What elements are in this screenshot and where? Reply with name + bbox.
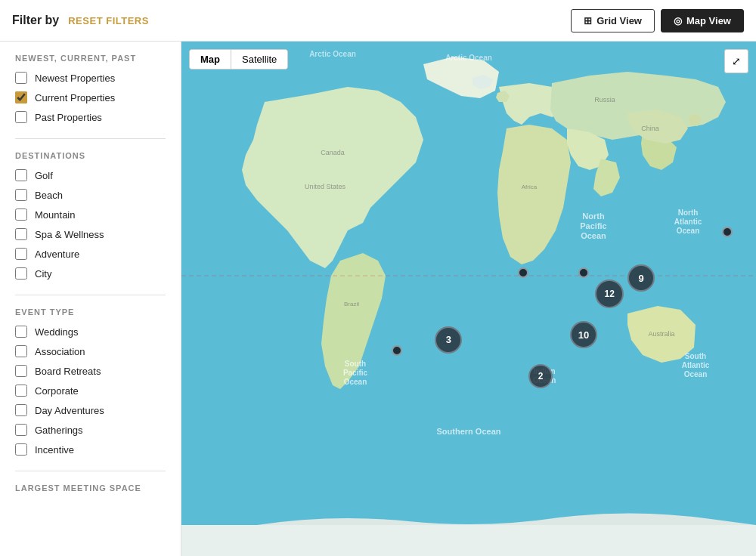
filter-mountain[interactable]: Mountain bbox=[15, 208, 166, 221]
filter-weddings[interactable]: Weddings bbox=[15, 326, 166, 338]
marker-dot-circle-uk bbox=[722, 227, 733, 237]
svg-text:Australia: Australia bbox=[648, 330, 674, 338]
section-title-largest-meeting-space: LARGEST MEETING SPACE bbox=[15, 483, 166, 493]
grid-icon: ⊞ bbox=[584, 15, 592, 26]
filter-current-properties[interactable]: Current Properties bbox=[15, 91, 166, 103]
svg-text:Atlantic: Atlantic bbox=[682, 361, 710, 369]
filter-association[interactable]: Association bbox=[15, 345, 166, 357]
map-expand-button[interactable]: ⤢ bbox=[724, 49, 748, 73]
marker-dot-uk[interactable] bbox=[722, 227, 733, 237]
map-icon: ◎ bbox=[674, 15, 682, 26]
map-view-label: Map View bbox=[686, 15, 731, 26]
marker-dot-africa[interactable] bbox=[392, 345, 402, 356]
svg-text:Russia: Russia bbox=[594, 96, 615, 103]
marker-dot-useast[interactable] bbox=[578, 267, 589, 278]
filter-gatherings[interactable]: Gatherings bbox=[15, 424, 166, 436]
sidebar: NEWEST, CURRENT, PAST Newest Properties … bbox=[0, 42, 181, 556]
marker-circle-2: 2 bbox=[528, 364, 553, 388]
corporate-checkbox[interactable] bbox=[15, 385, 27, 397]
svg-text:Arctic Ocean: Arctic Ocean bbox=[445, 54, 492, 62]
divider-1 bbox=[15, 138, 166, 139]
svg-text:Arctic Ocean: Arctic Ocean bbox=[309, 50, 356, 58]
day-adventures-label: Day Adventures bbox=[35, 405, 104, 416]
svg-text:Southern Ocean: Southern Ocean bbox=[437, 427, 501, 436]
svg-text:North: North bbox=[678, 208, 699, 217]
weddings-label: Weddings bbox=[35, 326, 79, 338]
filter-corporate[interactable]: Corporate bbox=[15, 385, 166, 397]
reset-filters-button[interactable]: RESET FILTERS bbox=[68, 15, 149, 26]
filter-adventure[interactable]: Adventure bbox=[15, 248, 166, 260]
svg-text:Atlantic: Atlantic bbox=[674, 218, 702, 226]
svg-text:Brazil: Brazil bbox=[344, 301, 359, 307]
golf-checkbox[interactable] bbox=[15, 169, 27, 181]
top-bar: Filter by RESET FILTERS ⊞ Grid View ◎ Ma… bbox=[0, 0, 756, 42]
incentive-checkbox[interactable] bbox=[15, 443, 27, 456]
current-label: Current Properties bbox=[35, 92, 115, 103]
golf-label: Golf bbox=[35, 170, 53, 181]
day-adventures-checkbox[interactable] bbox=[15, 404, 27, 416]
svg-text:Pacific: Pacific bbox=[343, 369, 368, 377]
main-content: NEWEST, CURRENT, PAST Newest Properties … bbox=[0, 42, 756, 556]
beach-label: Beach bbox=[35, 190, 63, 201]
filter-past-properties[interactable]: Past Properties bbox=[15, 111, 166, 123]
newest-checkbox[interactable] bbox=[15, 72, 27, 84]
association-label: Association bbox=[35, 346, 85, 357]
section-newest-current-past: NEWEST, CURRENT, PAST Newest Properties … bbox=[15, 54, 166, 123]
current-checkbox[interactable] bbox=[15, 91, 27, 103]
svg-text:Ocean: Ocean bbox=[684, 370, 708, 378]
filter-day-adventures[interactable]: Day Adventures bbox=[15, 404, 166, 416]
mountain-checkbox[interactable] bbox=[15, 208, 27, 221]
divider-3 bbox=[15, 471, 166, 471]
map-tabs: Map Satellite bbox=[189, 49, 288, 70]
grid-view-button[interactable]: ⊞ Grid View bbox=[571, 9, 655, 32]
filter-newest-properties[interactable]: Newest Properties bbox=[15, 72, 166, 84]
marker-12[interactable]: 12 bbox=[595, 280, 624, 308]
marker-3[interactable]: 3 bbox=[435, 326, 462, 354]
adventure-label: Adventure bbox=[35, 249, 79, 260]
weddings-checkbox[interactable] bbox=[15, 326, 27, 338]
map-view-button[interactable]: ◎ Map View bbox=[661, 9, 744, 32]
marker-dot-eastasia[interactable] bbox=[518, 267, 528, 278]
spa-wellness-checkbox[interactable] bbox=[15, 228, 27, 240]
svg-text:Pacific: Pacific bbox=[580, 221, 606, 230]
city-label: City bbox=[35, 268, 51, 280]
map-tab-map[interactable]: Map bbox=[190, 50, 231, 69]
marker-2[interactable]: 2 bbox=[528, 364, 553, 388]
marker-circle-3: 3 bbox=[435, 326, 462, 354]
board-retreats-checkbox[interactable] bbox=[15, 365, 27, 377]
gatherings-checkbox[interactable] bbox=[15, 424, 27, 436]
beach-checkbox[interactable] bbox=[15, 189, 27, 201]
marker-circle-12: 12 bbox=[595, 280, 624, 308]
svg-text:Ocean: Ocean bbox=[581, 231, 606, 240]
filter-golf[interactable]: Golf bbox=[15, 169, 166, 181]
marker-circle-10: 10 bbox=[570, 321, 597, 348]
svg-text:Ocean: Ocean bbox=[677, 227, 700, 235]
map-tab-satellite[interactable]: Satellite bbox=[231, 50, 287, 69]
adventure-checkbox[interactable] bbox=[15, 248, 27, 260]
filter-beach[interactable]: Beach bbox=[15, 189, 166, 201]
svg-text:North: North bbox=[582, 212, 605, 221]
expand-icon: ⤢ bbox=[732, 55, 741, 67]
newest-label: Newest Properties bbox=[35, 73, 115, 84]
view-toggle: ⊞ Grid View ◎ Map View bbox=[571, 9, 744, 32]
past-checkbox[interactable] bbox=[15, 111, 27, 123]
association-checkbox[interactable] bbox=[15, 345, 27, 357]
marker-9[interactable]: 9 bbox=[627, 264, 655, 292]
section-largest-meeting-space: LARGEST MEETING SPACE bbox=[15, 483, 166, 493]
section-title-event-type: EVENT TYPE bbox=[15, 307, 166, 317]
filter-spa-wellness[interactable]: Spa & Wellness bbox=[15, 228, 166, 240]
filter-board-retreats[interactable]: Board Retreats bbox=[15, 365, 166, 377]
filter-city[interactable]: City bbox=[15, 267, 166, 280]
svg-text:Canada: Canada bbox=[321, 149, 345, 156]
map-area: Map Satellite ⤢ bbox=[181, 42, 756, 556]
svg-text:Ocean: Ocean bbox=[344, 378, 367, 386]
grid-view-label: Grid View bbox=[596, 15, 642, 26]
past-label: Past Properties bbox=[35, 112, 102, 123]
city-checkbox[interactable] bbox=[15, 267, 27, 280]
svg-text:United States: United States bbox=[305, 183, 346, 190]
marker-dot-circle-eastasia bbox=[518, 267, 528, 278]
marker-10[interactable]: 10 bbox=[570, 321, 597, 348]
spa-wellness-label: Spa & Wellness bbox=[35, 229, 104, 240]
marker-dot-circle-africa bbox=[392, 345, 402, 356]
filter-incentive[interactable]: Incentive bbox=[15, 443, 166, 456]
